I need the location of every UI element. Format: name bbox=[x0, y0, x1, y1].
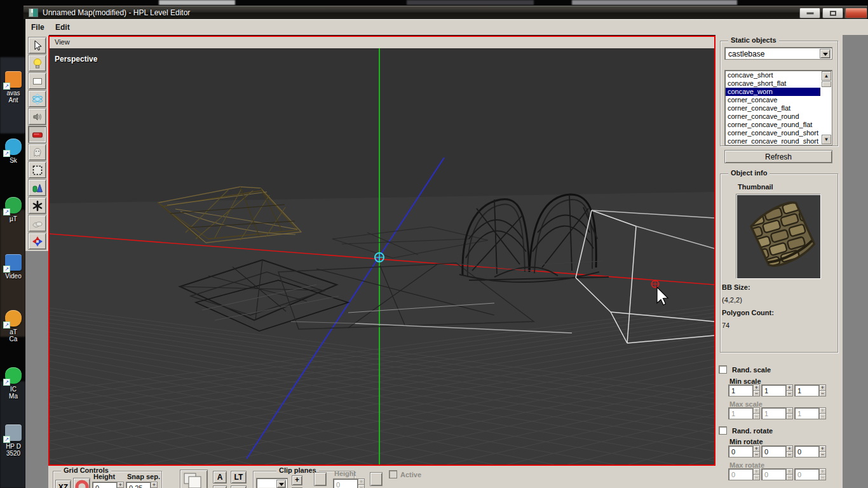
shortcut-arrow-icon: ↗ bbox=[3, 150, 10, 157]
max-scale-z-spinner[interactable]: 1+− bbox=[794, 407, 826, 419]
close-button[interactable] bbox=[845, 8, 867, 18]
spin-down-button[interactable]: − bbox=[358, 484, 365, 488]
clip-active-checkbox[interactable] bbox=[389, 470, 397, 478]
spin-down-button[interactable]: − bbox=[753, 390, 760, 396]
refresh-button[interactable]: Refresh bbox=[724, 150, 832, 163]
combo-dropdown-button[interactable] bbox=[276, 480, 286, 488]
list-item[interactable]: corner_concave bbox=[726, 96, 820, 104]
rand-scale-checkbox[interactable] bbox=[719, 365, 727, 374]
viewport-menu-view[interactable]: View bbox=[55, 38, 70, 46]
rand-rotate-checkbox[interactable] bbox=[719, 426, 727, 435]
scroll-down-button[interactable]: ▼ bbox=[822, 135, 831, 144]
add-clip-plane-button[interactable]: + bbox=[292, 475, 302, 485]
viewport-layout-button[interactable] bbox=[180, 470, 208, 488]
spin-down-button[interactable]: − bbox=[819, 390, 826, 396]
tool-decals-button[interactable] bbox=[28, 197, 46, 214]
maximize-button[interactable] bbox=[822, 8, 843, 18]
tool-select-button[interactable] bbox=[28, 37, 46, 54]
desktop-icon-utorrent[interactable]: ↗ µT bbox=[2, 197, 25, 222]
bb-size-label: BB Size: bbox=[722, 283, 750, 291]
tool-primitives-button[interactable] bbox=[28, 179, 46, 196]
tool-compounds-button[interactable] bbox=[28, 233, 46, 250]
scroll-up-button[interactable]: ▲ bbox=[822, 71, 831, 81]
ghost-icon bbox=[31, 146, 44, 159]
max-scale-y-spinner[interactable]: 1+− bbox=[761, 407, 793, 419]
snap-sep-spinner[interactable]: 0.25+− bbox=[126, 482, 158, 488]
min-rotate-y-spinner[interactable]: 0+− bbox=[761, 445, 793, 458]
billboard-icon bbox=[31, 75, 44, 88]
spin-down-button[interactable]: − bbox=[786, 474, 793, 480]
list-item[interactable]: corner_concave_round bbox=[726, 112, 820, 121]
grid-plane-button[interactable]: XZ bbox=[55, 480, 71, 488]
max-rotate-y-spinner[interactable]: 0+− bbox=[761, 468, 793, 480]
spin-down-button[interactable]: − bbox=[786, 451, 793, 458]
tool-sounds-button[interactable] bbox=[28, 108, 46, 125]
ambient-light-button-2[interactable] bbox=[213, 485, 227, 488]
static-objects-list[interactable]: concave_short concave_short_flat concave… bbox=[724, 70, 832, 146]
list-item-selected[interactable]: concave_worn bbox=[726, 88, 820, 96]
min-scale-y-spinner[interactable]: 1+− bbox=[761, 384, 793, 396]
spin-down-button[interactable]: − bbox=[819, 474, 826, 480]
min-scale-x-spinner[interactable]: 1+− bbox=[728, 384, 760, 396]
tool-entities-button[interactable] bbox=[28, 144, 46, 161]
min-scale-z-spinner[interactable]: 1+− bbox=[794, 384, 826, 396]
list-item[interactable]: corner_concave_round_flat bbox=[726, 121, 820, 129]
scrollbar-thumb[interactable] bbox=[822, 81, 831, 87]
tool-lights-button[interactable] bbox=[28, 55, 46, 72]
desktop-icon-atube[interactable]: ↗ aT Ca bbox=[2, 310, 25, 342]
spin-down-button[interactable]: − bbox=[786, 413, 793, 419]
viewport-canvas[interactable] bbox=[50, 48, 714, 464]
title-bar[interactable]: Unnamed Map(modified) - HPL Level Editor bbox=[23, 5, 868, 19]
desktop-icon-video[interactable]: ↗ Video bbox=[2, 254, 25, 280]
lights-toggle-button-2[interactable] bbox=[231, 485, 247, 488]
list-item[interactable]: corner_concave_round_short_fla bbox=[726, 137, 820, 144]
clip-mode-button[interactable] bbox=[370, 472, 383, 486]
spin-down-button[interactable]: − bbox=[819, 451, 826, 458]
min-rotate-z-spinner[interactable]: 0+− bbox=[794, 445, 826, 458]
list-item[interactable]: concave_short_flat bbox=[726, 79, 820, 88]
max-rotate-x-spinner[interactable]: 0+− bbox=[728, 468, 760, 480]
tool-particles-button[interactable] bbox=[28, 90, 46, 107]
min-rotate-x-spinner[interactable]: 0+− bbox=[728, 445, 760, 458]
spin-down-button[interactable]: − bbox=[753, 413, 760, 419]
area-box-icon bbox=[31, 164, 44, 177]
snap-toggle-button[interactable] bbox=[73, 478, 90, 488]
desktop-icon-skype[interactable]: ↗ Sk bbox=[2, 139, 25, 164]
desktop-icon-ic[interactable]: ↗ IC Ma bbox=[2, 367, 25, 400]
grid-height-spinner[interactable]: 0+− bbox=[92, 482, 124, 488]
clip-height-label: Height bbox=[334, 470, 356, 477]
clip-height-spinner[interactable]: 0+− bbox=[333, 478, 365, 488]
tool-areas-button[interactable] bbox=[28, 161, 46, 179]
restore-icon bbox=[830, 11, 836, 16]
lights-toggle-button[interactable]: LT bbox=[231, 471, 247, 484]
menu-edit[interactable]: Edit bbox=[55, 23, 70, 32]
spin-down-button[interactable]: − bbox=[786, 390, 793, 396]
overlapping-windows-icon bbox=[183, 472, 205, 488]
snap-sep-label: Snap sep. bbox=[127, 473, 160, 480]
ambient-light-button[interactable]: A bbox=[213, 471, 227, 484]
tool-fog-areas-button[interactable] bbox=[28, 215, 46, 232]
list-item[interactable]: concave_short bbox=[726, 71, 820, 79]
spin-down-button[interactable]: − bbox=[753, 451, 760, 458]
combo-dropdown-button[interactable] bbox=[820, 49, 831, 58]
placement-gizmo[interactable] bbox=[651, 280, 659, 288]
primitives-icon bbox=[31, 182, 44, 194]
origin-gizmo[interactable] bbox=[375, 253, 384, 262]
desktop-icon-avast[interactable]: ↗ avas Ant bbox=[2, 71, 25, 104]
window-title: Unnamed Map(modified) - HPL Level Editor bbox=[43, 8, 190, 17]
max-scale-x-spinner[interactable]: 1+− bbox=[728, 407, 760, 419]
minimize-button[interactable] bbox=[799, 8, 820, 18]
list-item[interactable]: corner_concave_flat bbox=[726, 104, 820, 112]
spin-down-button[interactable]: − bbox=[753, 474, 760, 480]
clip-side-button[interactable] bbox=[314, 472, 327, 486]
list-item[interactable]: corner_concave_round_short bbox=[726, 129, 820, 137]
object-info-group: Object info Thumbnail bbox=[720, 173, 838, 353]
max-rotate-z-spinner[interactable]: 0+− bbox=[794, 468, 826, 480]
desktop-icon-hp[interactable]: ↗ HP D 3520 bbox=[2, 424, 25, 457]
menu-file[interactable]: File bbox=[31, 23, 44, 32]
tool-billboards-button[interactable] bbox=[28, 72, 46, 90]
clip-plane-combobox[interactable] bbox=[256, 478, 288, 488]
tool-static-objects-button[interactable] bbox=[28, 126, 46, 143]
category-combobox[interactable]: castlebase bbox=[724, 47, 832, 60]
spin-down-button[interactable]: − bbox=[819, 413, 826, 419]
